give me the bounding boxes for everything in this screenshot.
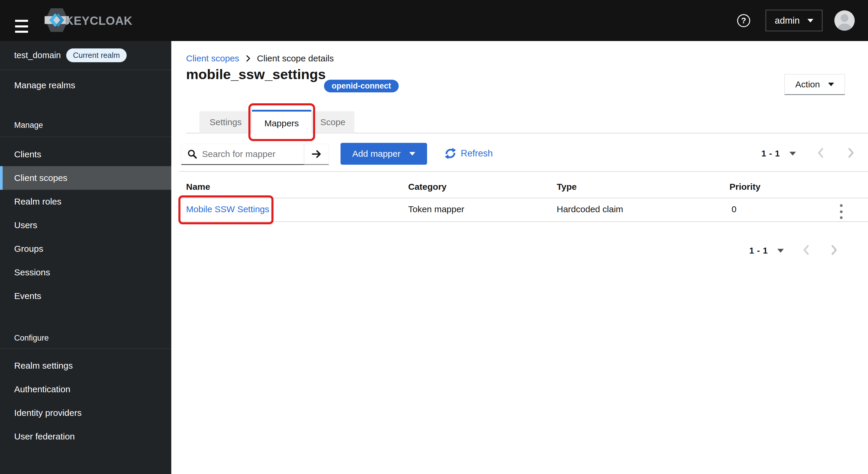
prev-page-button[interactable] [802, 244, 810, 257]
mapper-name-link[interactable]: Mobile SSW Settings [186, 204, 269, 214]
person-icon [834, 10, 855, 31]
column-header-type: Type [557, 182, 577, 192]
help-icon[interactable]: ? [737, 14, 750, 27]
sidebar-item-events[interactable]: Events [0, 284, 171, 308]
realm-selector[interactable]: test_domain Current realm [0, 41, 171, 70]
sidebar-section-configure: Configure [0, 332, 171, 344]
sidebar-item-users[interactable]: Users [0, 213, 171, 237]
sidebar-item-clients[interactable]: Clients [0, 142, 171, 166]
column-header-priority: Priority [730, 182, 761, 192]
sidebar-item-realm-roles[interactable]: Realm roles [0, 190, 171, 213]
next-page-button[interactable] [830, 244, 838, 257]
mapper-priority: 0 [732, 204, 737, 214]
search-icon [187, 149, 197, 159]
breadcrumb-current: Client scope details [257, 54, 334, 63]
sidebar-item-client-scopes[interactable]: Client scopes [0, 166, 171, 190]
caret-down-icon [828, 82, 834, 86]
search-submit-button[interactable] [304, 144, 329, 165]
refresh-button[interactable]: Refresh [444, 147, 493, 160]
sidebar-item-realm-settings[interactable]: Realm settings [0, 354, 171, 377]
search-box[interactable] [181, 144, 304, 165]
mapper-type: Hardcoded claim [557, 204, 623, 214]
pagination-caret-icon[interactable] [789, 152, 796, 156]
sidebar-item-authentication[interactable]: Authentication [0, 377, 171, 401]
search-input[interactable] [202, 149, 300, 159]
user-menu-dropdown[interactable]: admin [766, 10, 823, 31]
prev-page-button[interactable] [816, 147, 825, 160]
arrow-right-icon [311, 148, 322, 160]
sidebar-item-identity-providers[interactable]: Identity providers [0, 401, 171, 425]
action-dropdown-button[interactable]: Action [784, 74, 845, 95]
sidebar-item-sessions[interactable]: Sessions [0, 261, 171, 284]
sidebar-divider [0, 348, 171, 349]
column-header-name: Name [186, 182, 210, 192]
breadcrumb-chevron-icon [245, 55, 251, 62]
column-header-category: Category [408, 182, 446, 192]
username: admin [775, 15, 800, 26]
sidebar-section-manage: Manage [0, 118, 171, 132]
sidebar-divider [0, 70, 171, 70]
caret-down-icon [409, 152, 415, 156]
sidebar: test_domain Current realm Manage realms … [0, 41, 171, 474]
sidebar-item-manage-realms[interactable]: Manage realms [0, 73, 171, 97]
pagination-caret-icon[interactable] [777, 249, 784, 252]
brand-text: KEYCLOAK [65, 14, 132, 28]
table-top-border [179, 171, 868, 172]
pagination-range: 1 - 1 [749, 246, 768, 256]
realm-name: test_domain [14, 50, 61, 60]
sidebar-item-groups[interactable]: Groups [0, 237, 171, 261]
pagination-range: 1 - 1 [762, 149, 780, 159]
refresh-icon [444, 147, 457, 160]
protocol-badge: openid-connect [324, 80, 399, 92]
menu-icon[interactable] [15, 20, 28, 33]
avatar[interactable] [834, 10, 855, 31]
add-mapper-button[interactable]: Add mapper [341, 143, 427, 165]
tab-scope[interactable]: Scope [311, 111, 354, 133]
table-header-border [179, 198, 868, 198]
breadcrumb: Client scopes Client scope details [186, 53, 334, 64]
tab-settings[interactable]: Settings [199, 111, 252, 133]
table-row-border [179, 222, 868, 222]
sidebar-divider [0, 137, 171, 137]
caret-down-icon [807, 19, 813, 23]
next-page-button[interactable] [847, 147, 855, 160]
keycloak-logo: KEYCLOAK [44, 11, 132, 31]
pagination-bottom: 1 - 1 [749, 242, 838, 259]
sidebar-item-user-federation[interactable]: User federation [0, 425, 171, 448]
mapper-category: Token mapper [408, 204, 464, 214]
current-realm-badge: Current realm [66, 48, 127, 62]
page-title: mobile_ssw_settings [186, 66, 326, 82]
masthead: KEYCLOAK ? admin [0, 0, 868, 41]
pagination-top: 1 - 1 [762, 145, 855, 162]
row-kebab-menu-icon[interactable] [837, 204, 845, 219]
breadcrumb-link-client-scopes[interactable]: Client scopes [186, 54, 239, 63]
search-group [181, 144, 329, 165]
tab-mappers[interactable]: Mappers [252, 110, 311, 137]
